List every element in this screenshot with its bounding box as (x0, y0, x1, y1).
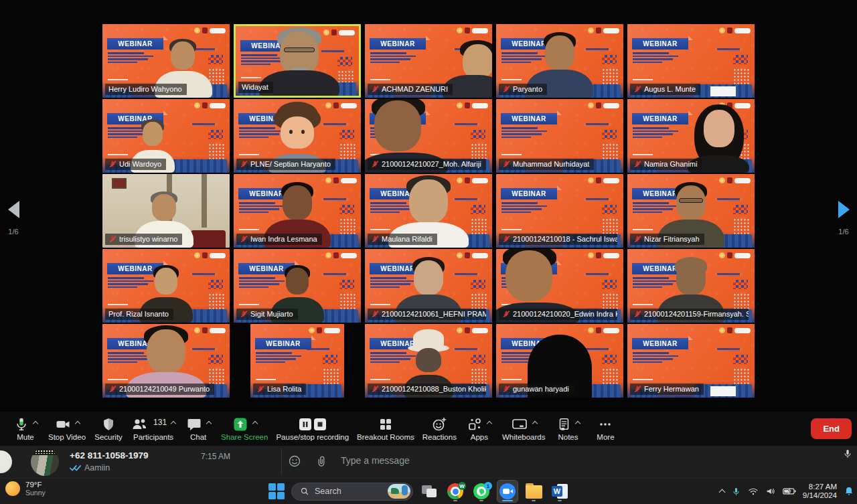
participant-tile-6[interactable]: WEBINARUdi Wardoyo (102, 99, 230, 173)
chevron-up-icon[interactable] (575, 421, 580, 426)
wifi-icon[interactable] (748, 487, 759, 496)
chevron-up-icon[interactable] (206, 421, 211, 426)
toolbar-label: More (597, 433, 614, 441)
participant-tile-18[interactable]: WEBINAR21000124210061_HEFNI PRAMA... (365, 249, 492, 323)
participant-name-tag: 21000124210061_HEFNI PRAMA... (368, 309, 486, 320)
participant-name: Udi Wardoyo (119, 160, 161, 168)
next-page-arrow-icon[interactable] (838, 201, 850, 218)
start-button[interactable] (268, 483, 285, 500)
participant-tile-10[interactable]: WEBINARNamira Ghanimi (627, 99, 755, 173)
toolbar-label: Pause/stop recording (276, 433, 349, 441)
chevron-up-icon[interactable] (171, 421, 176, 426)
toolbar-breakout-rooms-button[interactable]: Breakout Rooms (353, 415, 418, 442)
taskbar-clock[interactable]: 8:27 AM 9/14/2024 (803, 483, 837, 500)
participant-name: Paryanto (513, 85, 542, 93)
toolbar-more-button[interactable]: More (587, 415, 624, 442)
participants-count: 131 (153, 418, 167, 427)
peek-avatar[interactable] (0, 450, 12, 473)
webinar-logos (588, 252, 619, 258)
emoji-icon[interactable] (288, 454, 301, 471)
participant-tile-4[interactable]: WEBINARParyanto (496, 24, 623, 98)
word-app-icon[interactable]: W (550, 481, 570, 502)
webinar-banner: WEBINAR (238, 263, 295, 274)
webinar-logos (588, 327, 619, 333)
participant-tile-23[interactable]: WEBINAR21000124210088_Buston Kholik (365, 324, 492, 398)
participant-name: Muhammad Nurhidayat (513, 160, 589, 168)
chevron-up-icon[interactable] (487, 421, 492, 426)
participant-name-tag: Ferry Hermawan (630, 384, 704, 395)
participant-name-tag: ACHMAD ZAENURI (368, 84, 453, 95)
chevron-up-icon[interactable] (532, 421, 537, 426)
participant-tile-17[interactable]: WEBINARSigit Mujiarto (234, 249, 361, 323)
file-explorer-icon[interactable] (524, 481, 544, 502)
chat-contact-phone[interactable]: +62 811-1058-1979 (70, 450, 149, 460)
participant-tile-5[interactable]: WEBINARAugus L. Munte (627, 24, 755, 98)
whatsapp-app-icon[interactable]: 1 (471, 481, 491, 502)
chat-contact-avatar[interactable] (31, 448, 59, 476)
chevron-up-icon[interactable] (32, 421, 37, 426)
participant-tile-24[interactable]: WEBINARgunawan haryadi (496, 324, 623, 398)
participant-tile-22[interactable]: WEBINARLisa Rolita (250, 324, 344, 398)
toolbar-mute-button[interactable]: Mute (7, 415, 44, 442)
participant-name: ACHMAD ZAENURI (382, 85, 448, 93)
participant-tile-9[interactable]: WEBINARMuhammad Nurhidayat (496, 99, 623, 173)
webinar-logos (194, 327, 226, 333)
participant-tile-13[interactable]: WEBINARMaulana Rifaldi (365, 174, 492, 248)
participant-tile-14[interactable]: WEBINAR21000124210018 - Sachrul Iswah... (496, 174, 623, 248)
participant-tile-1[interactable]: WEBINARHerry Ludiro Wahyono (102, 24, 230, 98)
zoom-app-icon[interactable] (497, 481, 518, 502)
participant-tile-12[interactable]: WEBINARIwan Indra Lesmana (234, 174, 361, 248)
participant-name: 21000124210088_Buston Kholik (382, 385, 486, 393)
participant-tile-11[interactable]: trisulistyo winarno (102, 174, 230, 248)
participant-tile-7[interactable]: WEBINARPLNE/ Septian Haryanto (234, 99, 361, 173)
toolbar-apps-button[interactable]: Apps (461, 415, 498, 442)
tray-expand-icon[interactable] (718, 489, 725, 496)
participant-name: Ferry Hermawan (644, 385, 699, 393)
chrome-app-icon[interactable]: W (445, 481, 465, 502)
participant-tile-16[interactable]: WEBINARProf. Rizal Isnanto (102, 249, 230, 323)
participant-tile-2[interactable]: WEBINARWidayat (234, 24, 361, 98)
message-input[interactable]: Type a message (341, 455, 582, 466)
participant-name-tag: Augus L. Munte (630, 84, 700, 95)
search-box[interactable]: Search (291, 483, 413, 501)
participant-tile-15[interactable]: WEBINARNizar Fitriansyah (627, 174, 755, 248)
toolbar-participants-button[interactable]: 131Participants (127, 415, 179, 442)
toolbar-reactions-button[interactable]: Reactions (418, 415, 461, 442)
toolbar-notes-button[interactable]: Notes (549, 415, 587, 442)
participant-tile-21[interactable]: WEBINAR21000124210049 Purwanto (102, 324, 230, 398)
webinar-logos (719, 252, 751, 258)
webinar-logos (194, 27, 226, 33)
toolbar-stop-video-button[interactable]: Stop Video (44, 415, 90, 442)
battery-icon[interactable] (783, 487, 796, 496)
volume-icon[interactable] (765, 487, 776, 496)
participant-tile-20[interactable]: WEBINAR21000124201159-Firmansyah. S (627, 249, 755, 323)
system-tray: 8:27 AM 9/14/2024 (720, 479, 854, 504)
tray-mic-icon[interactable] (731, 487, 741, 497)
toolbar-label: Breakout Rooms (357, 433, 414, 441)
webinar-logos (588, 177, 619, 183)
gallery-next-nav: 1/6 (830, 201, 857, 236)
toolbar-security-button[interactable]: Security (90, 415, 127, 442)
participant-tile-19[interactable]: WEBINAR21000124210020_Edwin Indra Ku... (496, 249, 623, 323)
task-view-button[interactable] (419, 481, 439, 502)
toolbar-chat-button[interactable]: Chat (179, 415, 217, 442)
participant-tile-25[interactable]: WEBINARFerry Hermawan (627, 324, 755, 398)
toolbar-whiteboards-button[interactable]: Whiteboards (498, 415, 550, 442)
weather-widget[interactable]: 79°F Sunny (5, 481, 46, 497)
whiteboards-icon (511, 416, 528, 435)
search-highlight-image (388, 484, 410, 499)
toolbar-share-screen-button[interactable]: Share Screen (217, 415, 272, 442)
end-meeting-button[interactable]: End (811, 418, 852, 439)
toolbar-label: Mute (17, 433, 34, 441)
muted-mic-icon (256, 385, 264, 393)
participant-tile-8[interactable]: WEBINAR21000124210027_Moh. Alfariji (365, 99, 492, 173)
notification-bell-icon[interactable] (844, 486, 854, 497)
chevron-up-icon[interactable] (252, 421, 258, 426)
chevron-up-icon[interactable] (74, 421, 80, 426)
toolbar-record-button[interactable]: Pause/stop recording (272, 415, 353, 442)
participants-icon (131, 416, 149, 435)
attach-icon[interactable] (315, 454, 328, 471)
participant-tile-3[interactable]: WEBINARACHMAD ZAENURI (365, 24, 492, 98)
windows-taskbar: 79°F Sunny Search W 1 (0, 478, 857, 504)
prev-page-arrow-icon[interactable] (8, 201, 19, 218)
